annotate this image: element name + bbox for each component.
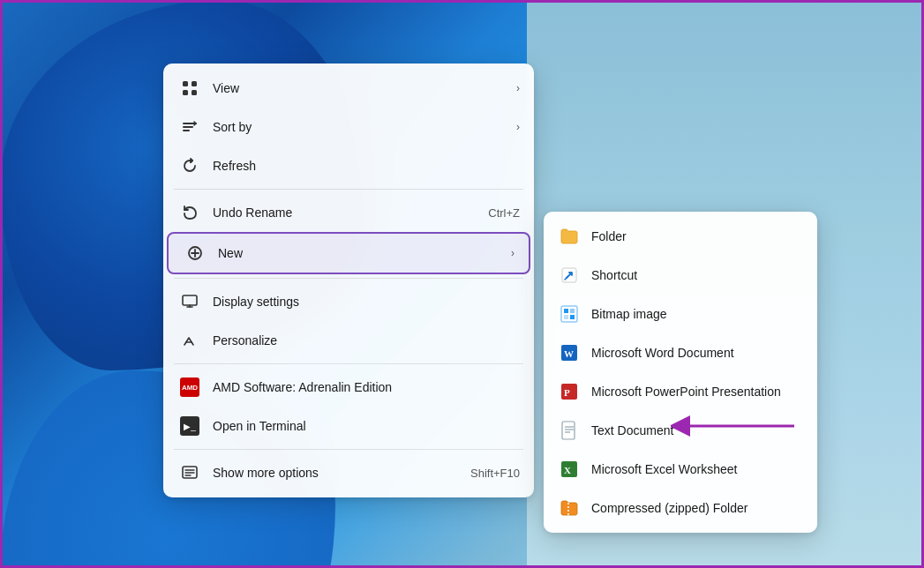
- svg-rect-0: [183, 81, 188, 86]
- menu-item-undo[interactable]: Undo Rename Ctrl+Z: [163, 193, 534, 232]
- menu-item-more[interactable]: Show more options Shift+F10: [163, 453, 534, 492]
- ppt-label: Microsoft PowerPoint Presentation: [591, 385, 781, 399]
- svg-text:W: W: [564, 348, 574, 359]
- shortcut-icon: [558, 264, 581, 287]
- txt-label: Text Document: [591, 423, 673, 437]
- submenu-word[interactable]: W Microsoft Word Document: [544, 333, 817, 372]
- view-label: View: [213, 81, 509, 95]
- word-label: Microsoft Word Document: [591, 346, 734, 360]
- more-icon: [177, 460, 202, 485]
- menu-item-view[interactable]: View ›: [163, 69, 534, 108]
- separator-4: [174, 449, 523, 450]
- personalize-icon: [177, 328, 202, 353]
- svg-text:P: P: [564, 387, 570, 398]
- folder-icon: [558, 225, 581, 248]
- svg-rect-2: [183, 90, 188, 95]
- svg-rect-23: [570, 315, 575, 319]
- undo-icon: [177, 200, 202, 225]
- new-submenu: Folder Shortcut Bitmap image: [544, 212, 817, 533]
- undo-label: Undo Rename: [213, 206, 488, 220]
- menu-item-display[interactable]: Display settings: [163, 282, 534, 321]
- new-icon: [183, 241, 207, 265]
- view-arrow: ›: [516, 82, 520, 94]
- sortby-label: Sort by: [213, 120, 509, 134]
- submenu-shortcut[interactable]: Shortcut: [544, 256, 817, 295]
- undo-shortcut: Ctrl+Z: [488, 206, 520, 220]
- terminal-label: Open in Terminal: [213, 419, 520, 433]
- sortby-arrow: ›: [516, 121, 520, 133]
- excel-label: Microsoft Excel Worksheet: [591, 462, 737, 476]
- submenu-bitmap[interactable]: Bitmap image: [544, 295, 817, 333]
- arrow-annotation: [671, 408, 803, 444]
- display-icon: [177, 289, 202, 314]
- menu-item-terminal[interactable]: ▶_ Open in Terminal: [163, 407, 534, 445]
- separator-1: [174, 189, 523, 190]
- menu-item-amd[interactable]: AMD AMD Software: Adrenalin Edition: [163, 368, 534, 407]
- zip-label: Compressed (zipped) Folder: [591, 501, 747, 515]
- display-label: Display settings: [213, 295, 520, 309]
- separator-2: [174, 278, 523, 279]
- sortby-icon: [177, 115, 202, 139]
- svg-rect-28: [562, 422, 575, 439]
- folder-label: Folder: [591, 229, 627, 243]
- menu-item-refresh[interactable]: Refresh: [163, 146, 534, 185]
- bitmap-icon: [558, 303, 581, 325]
- separator-3: [174, 363, 523, 364]
- more-shortcut: Shift+F10: [470, 467, 520, 480]
- new-label: New: [218, 246, 504, 260]
- context-menu: View › Sort by › Refresh: [163, 64, 534, 497]
- amd-label: AMD Software: Adrenalin Edition: [213, 380, 520, 394]
- word-icon: W: [558, 341, 581, 364]
- excel-icon: X: [558, 458, 581, 481]
- terminal-icon: ▶_: [177, 414, 202, 438]
- svg-rect-21: [570, 309, 575, 313]
- personalize-label: Personalize: [213, 333, 520, 348]
- svg-rect-19: [561, 306, 577, 322]
- menu-item-personalize[interactable]: Personalize: [163, 321, 534, 360]
- shortcut-label: Shortcut: [591, 268, 637, 282]
- submenu-excel[interactable]: X Microsoft Excel Worksheet: [544, 450, 817, 489]
- refresh-icon: [177, 153, 202, 178]
- svg-rect-20: [564, 309, 568, 313]
- submenu-ppt[interactable]: P Microsoft PowerPoint Presentation: [544, 372, 817, 411]
- bitmap-label: Bitmap image: [591, 307, 667, 321]
- submenu-zip[interactable]: Compressed (zipped) Folder: [544, 489, 817, 527]
- menu-item-sortby[interactable]: Sort by ›: [163, 108, 534, 146]
- svg-rect-3: [192, 90, 197, 95]
- txt-icon: [558, 419, 581, 442]
- ppt-icon: P: [558, 380, 581, 403]
- zip-icon: [558, 497, 581, 519]
- submenu-folder[interactable]: Folder: [544, 217, 817, 256]
- menu-item-new[interactable]: New ›: [167, 232, 530, 274]
- view-icon: [177, 76, 202, 101]
- new-arrow: ›: [511, 247, 515, 259]
- amd-icon: AMD: [177, 375, 202, 400]
- svg-rect-1: [192, 81, 197, 86]
- svg-rect-10: [183, 295, 197, 305]
- svg-text:X: X: [564, 465, 571, 475]
- more-label: Show more options: [213, 466, 470, 480]
- refresh-label: Refresh: [213, 159, 520, 173]
- svg-rect-22: [564, 315, 568, 319]
